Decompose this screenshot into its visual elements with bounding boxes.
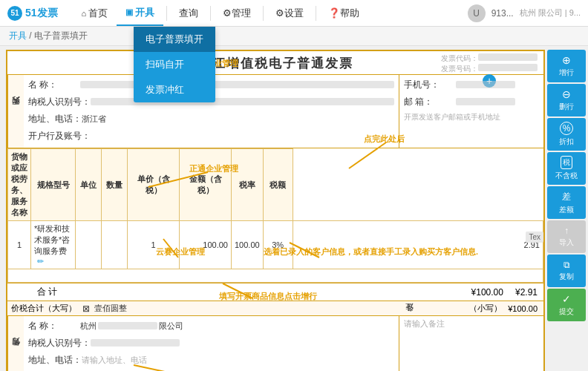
buyer-email-value [456, 98, 515, 105]
table-row-empty [8, 269, 543, 283]
tax-total-row: 价税合计（大写） ⊠ 壹佰圆整 （小写） ¥100.00 [7, 301, 543, 316]
invoice-form: 浙江增值税电子普通发票 发票代码： 发票号码： + 购买方 名 称： 纳税人识别… [6, 50, 545, 371]
home-icon: ⌂ [82, 9, 87, 18]
daoru-button[interactable]: ↑ 导入 [547, 220, 586, 253]
chae-icon: 差 [562, 191, 571, 203]
daoru-label: 导入 [559, 237, 574, 248]
col-tax-rate: 税率 [232, 149, 264, 221]
item-qty: 1 [128, 221, 180, 269]
daxie-icon: ⊠ [80, 303, 92, 314]
buyer-email-row: 邮 箱： [404, 94, 539, 109]
breadcrumb: 开具 / 电子普票填开 [0, 27, 588, 46]
remark-label: 备注 请输入备注 [404, 318, 539, 329]
buchengshui-label: 不含税 [555, 171, 578, 181]
item-unit-price: 100.00 [180, 221, 232, 269]
right-actions: ⊕ 增行 ⊖ 删行 % 折扣 税 不含税 差 差额 ↑ 导入 ⧉ 复制 ✓ 提交 [547, 50, 588, 321]
seller-address-row: 地址、电话： 请输入地址、电话 [28, 352, 394, 367]
seller-section-label: 销售方 [7, 316, 24, 371]
seller-name-label: 名 称： [28, 320, 80, 332]
col-unit-price: 单价（含税） [128, 149, 180, 221]
buyer-address-row: 地址、电话： 浙江省 [28, 111, 394, 126]
zenghang-button[interactable]: ⊕ 增行 [547, 50, 586, 82]
nav-bangzhu[interactable]: ❓ 帮助 [319, 0, 368, 26]
item-tax-amount: 2.91 [293, 221, 543, 269]
buyer-section: 购买方 名 称： 纳税人识别号： 地址、电话： 浙江省 开户行及账号： [7, 75, 543, 148]
buchengshui-button[interactable]: 税 不含税 [547, 152, 586, 185]
chae-button[interactable]: 差 差额 [547, 186, 586, 219]
dropdown-item-epzx[interactable]: 电子普票填开 [134, 27, 215, 52]
col-amount: 金额（含税） [180, 149, 232, 221]
item-spec [76, 221, 102, 269]
buyer-address-label: 地址、电话： [28, 113, 82, 125]
shezhi-icon: ⚙ [275, 7, 284, 19]
edit-icon[interactable]: ✏ [37, 257, 44, 266]
seller-name-suffix: 限公司 [159, 321, 183, 332]
daxie-value: 壹佰圆整 [92, 303, 129, 314]
nav-home[interactable]: ⌂ 首页 [73, 0, 117, 26]
col-spec: 规格型号 [31, 149, 76, 221]
fuzhi-button[interactable]: ⧉ 复制 [547, 255, 586, 287]
col-tax-amount: 税额 [263, 149, 293, 221]
item-unit [102, 221, 128, 269]
zhekuo-button[interactable]: % 折扣 [547, 118, 586, 151]
items-section: 货物或应税劳务、服务名称 规格型号 单位 数量 单价（含税） 金额（含税） 税率… [7, 148, 543, 283]
nav-guanli[interactable]: ⚙ 管理 [214, 0, 260, 26]
tex-label: Tex [526, 232, 543, 243]
chae-label: 差额 [559, 205, 574, 215]
tax-total-label: 价税合计（大写） [7, 303, 80, 314]
shanhang-button[interactable]: ⊖ 删行 [547, 84, 586, 116]
logo-text: 51发票 [25, 7, 58, 20]
fuzhi-label: 复制 [559, 272, 574, 282]
seller-name-prefix: 杭州 [80, 321, 97, 332]
logo-icon: 51 [7, 6, 22, 21]
zhekuo-icon: % [560, 122, 573, 135]
buyer-address-value: 浙江省 [82, 114, 106, 125]
invoice-code-label: 发票代码： [441, 53, 538, 64]
xiaoxi-value: ¥100.00 [502, 304, 543, 313]
fuzhi-icon: ⧉ [564, 260, 570, 270]
help-icon: ❓ [328, 7, 340, 19]
main-content: 正通企业管理 点完此处后 正通企业管理 选着已录入的客户信息，或者直接手工录入购… [0, 46, 588, 371]
buyer-phone-value [456, 81, 515, 88]
dropdown-item-smzk[interactable]: 扫码自开 [134, 52, 215, 77]
col-unit: 单位 [76, 149, 102, 221]
breadcrumb-link-kaiju[interactable]: 开具 [9, 30, 27, 41]
nav-shezhi[interactable]: ⚙ 设置 [267, 0, 313, 26]
seller-fields: 名 称： 杭州 限公司 纳税人识别号： 地址、电话： 请输入地址、电话 开户行及… [24, 316, 399, 371]
invoice-title: 浙江增值税电子普通发票 [198, 56, 353, 70]
breadcrumb-current: 电子普票填开 [34, 30, 88, 41]
seller-name-row: 名 称： 杭州 限公司 [28, 318, 394, 333]
buyer-name-value [80, 81, 394, 88]
kaiju-icon: ▣ [125, 7, 133, 17]
dropdown-item-fpchong[interactable]: 发票冲红 [134, 77, 215, 102]
avatar: U [468, 4, 486, 22]
seller-tax-id-label: 纳税人识别号： [28, 337, 91, 349]
buchengshui-icon: 税 [561, 156, 572, 169]
nav-bar: ⌂ 首页 ▣ 开具 查询 ⚙ 管理 ⚙ 设置 ❓ 帮助 [73, 0, 369, 26]
seller-tax-id-row: 纳税人识别号： [28, 335, 394, 350]
nav-right: U 913... 杭州 限公司 | 9... [468, 4, 581, 22]
tijiao-button[interactable]: ✓ 提交 [547, 289, 586, 321]
buyer-name-label: 名 称： [28, 79, 80, 91]
logo: 51 51发票 [7, 6, 58, 21]
nav-chaxun[interactable]: 查询 [170, 0, 207, 26]
zenghang-label: 增行 [559, 68, 574, 78]
item-amount: 100.00 [232, 221, 264, 269]
seller-section: 销售方 名 称： 杭州 限公司 纳税人识别号： 地址、电话： 请输入地址、电话 [7, 316, 543, 371]
col-name: 货物或应税劳务、服务名称 [8, 149, 31, 221]
summary-label: 合 计 [7, 286, 87, 298]
summary-amount: ¥100.00 [466, 287, 509, 298]
nav-kaiju[interactable]: ▣ 开具 [117, 0, 163, 26]
buyer-section-label: 购买方 [7, 75, 24, 148]
shanhang-label: 删行 [559, 102, 574, 112]
invoice-header: 浙江增值税电子普通发票 发票代码： 发票号码： + [7, 51, 543, 75]
buyer-email-label: 邮 箱： [404, 96, 456, 108]
xiaoxi-label: （小写） [469, 303, 502, 314]
zhekuo-label: 折扣 [559, 137, 574, 147]
buyer-tax-id-label: 纳税人识别号： [28, 96, 91, 108]
item-name: *研发和技术服务*咨询服务费 ✏ [31, 221, 76, 269]
empty-row [8, 269, 543, 283]
invoice-no-label: 发票号码： [441, 64, 538, 74]
dropdown-menu: 电子普票填开 扫码自开 发票冲红 [134, 27, 215, 102]
seller-name-blurred [98, 322, 157, 329]
